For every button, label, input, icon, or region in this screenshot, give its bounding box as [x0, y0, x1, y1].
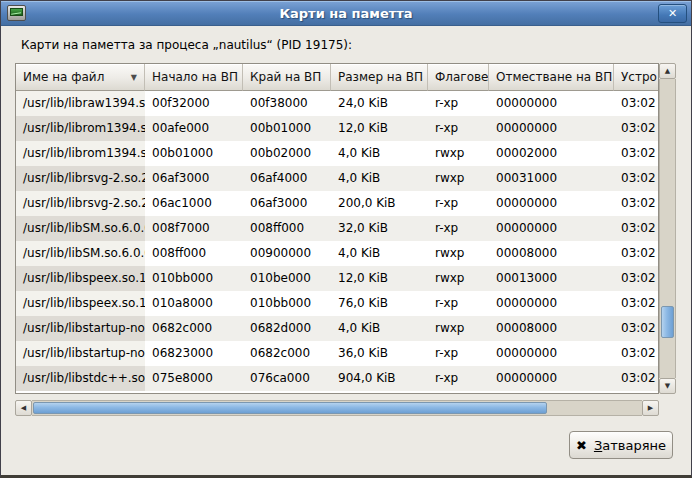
table-cell: r-xp [428, 291, 489, 316]
table-cell: 36,0 KiB [331, 341, 428, 366]
table-cell: 00008000 [489, 241, 614, 266]
column-header-label: Флагове [435, 70, 488, 84]
scroll-down-button[interactable]: ▼ [659, 378, 676, 394]
table-cell: 010be000 [243, 266, 331, 291]
horizontal-scrollbar-trough[interactable] [32, 400, 642, 416]
table-cell: /usr/lib/librom1394.s [16, 141, 145, 166]
table-row[interactable]: /usr/lib/libstartup-not068230000682c0003… [16, 341, 658, 366]
table-row[interactable]: /usr/lib/librsvg-2.so.206af300006af40004… [16, 166, 658, 191]
table-cell: 12,0 KiB [331, 116, 428, 141]
table-cell: 010bb000 [145, 266, 243, 291]
scroll-left-button[interactable]: ◀ [15, 400, 32, 416]
table-cell: 03:02 [614, 241, 659, 266]
table-cell: 03:02 [614, 266, 659, 291]
column-header-label: Отместване на ВП [496, 70, 612, 84]
column-header[interactable]: Устро [614, 64, 659, 91]
table-cell: /usr/lib/libspeex.so.1 [16, 291, 145, 316]
table-cell: /usr/lib/libSM.so.6.0.0 [16, 216, 145, 241]
table-cell: 010bb000 [243, 291, 331, 316]
table-cell: 03:02 [614, 341, 659, 366]
table-row[interactable]: /usr/lib/libspeex.so.1010a8000010bb00076… [16, 291, 658, 316]
memory-maps-table: Име на файл▼Начало на ВПКрай на ВПРазмер… [15, 63, 659, 394]
table-row[interactable]: /usr/lib/libSM.so.6.0.0008ff000009000004… [16, 241, 658, 266]
table-cell: 03:02 [614, 116, 659, 141]
column-header[interactable]: Начало на ВП [145, 64, 243, 91]
table-cell: r-xp [428, 216, 489, 241]
table-cell: 008ff000 [243, 216, 331, 241]
titlebar[interactable]: Карти на паметта ✕ [1, 1, 691, 26]
column-header[interactable]: Отместване на ВП [489, 64, 614, 91]
scroll-up-button[interactable]: ▲ [659, 63, 676, 79]
table-cell: 06ac1000 [145, 191, 243, 216]
table-cell: 075e8000 [145, 366, 243, 391]
table-cell: rwxp [428, 141, 489, 166]
table-row[interactable]: /usr/lib/libspeex.so.1010bb000010be00012… [16, 266, 658, 291]
close-window-button[interactable]: ✕ [658, 4, 687, 23]
table-cell: 00b01000 [243, 116, 331, 141]
table-cell: 06af3000 [243, 191, 331, 216]
column-header[interactable]: Име на файл▼ [16, 64, 145, 91]
vertical-scrollbar-thumb[interactable] [661, 306, 674, 338]
table-cell: 06af4000 [243, 166, 331, 191]
table-cell: 03:02 [614, 316, 659, 341]
table-cell: rwxp [428, 166, 489, 191]
table-row[interactable]: /usr/lib/libstartup-not0682c0000682d0004… [16, 316, 658, 341]
table-cell: /usr/lib/librsvg-2.so.2 [16, 166, 145, 191]
table-cell: r-xp [428, 366, 489, 391]
table-cell: 904,0 KiB [331, 366, 428, 391]
table-cell: /usr/lib/libspeex.so.1 [16, 266, 145, 291]
horizontal-scrollbar[interactable]: ◀ ▶ [15, 400, 659, 416]
column-header[interactable]: Край на ВП [243, 64, 331, 91]
table-body: /usr/lib/libraw1394.s00f3200000f3800024,… [16, 91, 658, 391]
table-row[interactable]: /usr/lib/librsvg-2.so.206ac100006af30002… [16, 191, 658, 216]
table-row[interactable]: /usr/lib/librom1394.s00b0100000b020004,0… [16, 141, 658, 166]
table-cell: 00b01000 [145, 141, 243, 166]
table-cell: /usr/lib/libSM.so.6.0.0 [16, 241, 145, 266]
table-row[interactable]: /usr/lib/libSM.so.6.0.0008f7000008ff0003… [16, 216, 658, 241]
column-header-label: Размер на ВП [338, 70, 423, 84]
table-cell: 12,0 KiB [331, 266, 428, 291]
column-header[interactable]: Размер на ВП [331, 64, 428, 91]
table-cell: 00000000 [489, 291, 614, 316]
table-cell: 4,0 KiB [331, 166, 428, 191]
table-cell: 03:02 [614, 191, 659, 216]
arrow-down-icon: ▼ [665, 382, 670, 390]
vertical-scrollbar[interactable]: ▲ ▼ [659, 63, 676, 394]
arrow-up-icon: ▲ [665, 67, 670, 75]
table-cell: 00900000 [243, 241, 331, 266]
table-cell: 00002000 [489, 141, 614, 166]
table-cell: 03:02 [614, 166, 659, 191]
table-cell: 03:02 [614, 216, 659, 241]
table-cell: r-xp [428, 91, 489, 116]
table-cell: 06af3000 [145, 166, 243, 191]
table-row[interactable]: /usr/lib/libraw1394.s00f3200000f3800024,… [16, 91, 658, 116]
close-button-label: Затваряне [594, 438, 666, 453]
table-cell: r-xp [428, 191, 489, 216]
column-header[interactable]: Флагове [428, 64, 489, 91]
table-cell: 008f7000 [145, 216, 243, 241]
window-title: Карти на паметта [1, 6, 691, 21]
table-cell: /usr/lib/libstartup-not [16, 341, 145, 366]
table-cell: 0682d000 [243, 316, 331, 341]
table-cell: 00000000 [489, 216, 614, 241]
column-header-label: Начало на ВП [152, 70, 238, 84]
vertical-scrollbar-trough[interactable] [659, 79, 676, 378]
close-icon: ✕ [668, 7, 677, 20]
table-cell: 24,0 KiB [331, 91, 428, 116]
table-cell: rwxp [428, 316, 489, 341]
table-cell: 076ca000 [243, 366, 331, 391]
close-dialog-button[interactable]: ✖ Затваряне [569, 431, 673, 459]
arrow-left-icon: ◀ [21, 404, 26, 412]
table-cell: rwxp [428, 241, 489, 266]
scroll-right-button[interactable]: ▶ [642, 400, 659, 416]
table-cell: 4,0 KiB [331, 316, 428, 341]
table-cell: 00013000 [489, 266, 614, 291]
table-header-row: Име на файл▼Начало на ВПКрай на ВПРазмер… [16, 64, 658, 91]
table-row[interactable]: /usr/lib/libstdc++.so.075e8000076ca00090… [16, 366, 658, 391]
table-row[interactable]: /usr/lib/librom1394.s00afe00000b0100012,… [16, 116, 658, 141]
table-cell: rwxp [428, 266, 489, 291]
table-cell: 03:02 [614, 91, 659, 116]
table-cell: 00000000 [489, 191, 614, 216]
horizontal-scrollbar-thumb[interactable] [33, 402, 547, 414]
table-cell: 010a8000 [145, 291, 243, 316]
